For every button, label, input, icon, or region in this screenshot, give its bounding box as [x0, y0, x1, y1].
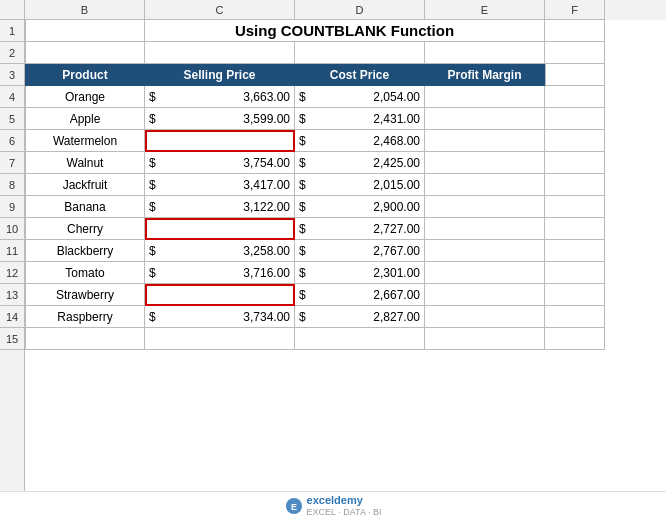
cell-4c-selling[interactable]: $ 3,663.00	[145, 86, 295, 108]
cell-4e-profit[interactable]	[425, 86, 545, 108]
header-cost-price: Cost Price	[295, 64, 425, 86]
cell-15e[interactable]	[425, 328, 545, 350]
row-5: Apple $ 3,599.00 $ 2,431.00	[25, 108, 666, 130]
val-11d: 2,767.00	[312, 244, 420, 258]
cell-5d-cost[interactable]: $ 2,431.00	[295, 108, 425, 130]
cell-13b-product[interactable]: Strawberry	[25, 284, 145, 306]
row-num-9: 9	[0, 196, 24, 218]
cell-15b[interactable]	[25, 328, 145, 350]
dollar-8d: $	[299, 178, 306, 192]
dollar-8c: $	[149, 178, 156, 192]
cell-5c-selling[interactable]: $ 3,599.00	[145, 108, 295, 130]
val-5d: 2,431.00	[312, 112, 420, 126]
row-num-5: 5	[0, 108, 24, 130]
cell-14e-profit[interactable]	[425, 306, 545, 328]
col-header-b: B	[25, 0, 145, 20]
cell-4d-cost[interactable]: $ 2,054.00	[295, 86, 425, 108]
cell-7b-product[interactable]: Walnut	[25, 152, 145, 174]
cell-2e[interactable]	[425, 42, 545, 64]
cell-11c-selling[interactable]: $ 3,258.00	[145, 240, 295, 262]
row-2	[25, 42, 666, 64]
row-numbers: 1 2 3 4 5 6 7 8 9 10 11 12 13 14 15	[0, 20, 25, 491]
grid-body: 1 2 3 4 5 6 7 8 9 10 11 12 13 14 15 Usin…	[0, 20, 666, 491]
cell-9f	[545, 196, 605, 218]
cell-13d-cost[interactable]: $ 2,667.00	[295, 284, 425, 306]
cell-11e-profit[interactable]	[425, 240, 545, 262]
val-14c: 3,734.00	[162, 310, 290, 324]
cell-14b-product[interactable]: Raspberry	[25, 306, 145, 328]
row-num-13: 13	[0, 284, 24, 306]
header-product: Product	[25, 64, 145, 86]
cell-6b-product[interactable]: Watermelon	[25, 130, 145, 152]
cell-5b-product[interactable]: Apple	[25, 108, 145, 130]
row-num-11: 11	[0, 240, 24, 262]
cell-10e-profit[interactable]	[425, 218, 545, 240]
cell-8f	[545, 174, 605, 196]
cell-15d[interactable]	[295, 328, 425, 350]
dollar-13d: $	[299, 288, 306, 302]
cell-2b[interactable]	[25, 42, 145, 64]
cell-4b-product[interactable]: Orange	[25, 86, 145, 108]
spreadsheet: B C D E F 1 2 3 4 5 6 7 8 9 10 11 12 13 …	[0, 0, 666, 519]
cell-9b-product[interactable]: Banana	[25, 196, 145, 218]
cell-7c-selling[interactable]: $ 3,754.00	[145, 152, 295, 174]
cell-9c-selling[interactable]: $ 3,122.00	[145, 196, 295, 218]
watermark-site: exceldemy	[307, 494, 382, 507]
cell-2f[interactable]	[545, 42, 605, 64]
row-num-14: 14	[0, 306, 24, 328]
cell-12e-profit[interactable]	[425, 262, 545, 284]
val-13d: 2,667.00	[312, 288, 420, 302]
row-num-1: 1	[0, 20, 24, 42]
row-num-12: 12	[0, 262, 24, 284]
val-12c: 3,716.00	[162, 266, 290, 280]
cell-5f	[545, 108, 605, 130]
cell-10c-selling-empty[interactable]	[145, 218, 295, 240]
cell-8d-cost[interactable]: $ 2,015.00	[295, 174, 425, 196]
cell-10b-product[interactable]: Cherry	[25, 218, 145, 240]
cell-9d-cost[interactable]: $ 2,900.00	[295, 196, 425, 218]
row-num-10: 10	[0, 218, 24, 240]
cell-6e-profit[interactable]	[425, 130, 545, 152]
cell-12f	[545, 262, 605, 284]
cell-12b-product[interactable]: Tomato	[25, 262, 145, 284]
row-1: Using COUNTBLANK Function	[25, 20, 666, 42]
cell-2c[interactable]	[145, 42, 295, 64]
cell-14c-selling[interactable]: $ 3,734.00	[145, 306, 295, 328]
dollar-5c: $	[149, 112, 156, 126]
cell-13e-profit[interactable]	[425, 284, 545, 306]
val-14d: 2,827.00	[312, 310, 420, 324]
dollar-9c: $	[149, 200, 156, 214]
row-9: Banana $ 3,122.00 $ 2,900.00	[25, 196, 666, 218]
cell-7d-cost[interactable]: $ 2,425.00	[295, 152, 425, 174]
corner-cell	[0, 0, 25, 20]
val-8d: 2,015.00	[312, 178, 420, 192]
cell-2d[interactable]	[295, 42, 425, 64]
cell-7e-profit[interactable]	[425, 152, 545, 174]
dollar-10d: $	[299, 222, 306, 236]
grid-content: Using COUNTBLANK Function Product Sellin…	[25, 20, 666, 491]
cell-14d-cost[interactable]: $ 2,827.00	[295, 306, 425, 328]
row-14: Raspberry $ 3,734.00 $ 2,827.00	[25, 306, 666, 328]
cell-11b-product[interactable]: Blackberry	[25, 240, 145, 262]
cell-10f	[545, 218, 605, 240]
dollar-9d: $	[299, 200, 306, 214]
cell-11d-cost[interactable]: $ 2,767.00	[295, 240, 425, 262]
cell-1b[interactable]	[25, 20, 145, 42]
cell-9e-profit[interactable]	[425, 196, 545, 218]
col-header-f: F	[545, 0, 605, 20]
cell-8e-profit[interactable]	[425, 174, 545, 196]
cell-15c[interactable]	[145, 328, 295, 350]
row-num-8: 8	[0, 174, 24, 196]
cell-6c-selling-empty[interactable]	[145, 130, 295, 152]
cell-13c-selling-empty[interactable]	[145, 284, 295, 306]
watermark: E exceldemy EXCEL · DATA · BI	[0, 491, 666, 519]
cell-12d-cost[interactable]: $ 2,301.00	[295, 262, 425, 284]
dollar-12d: $	[299, 266, 306, 280]
cell-8c-selling[interactable]: $ 3,417.00	[145, 174, 295, 196]
cell-12c-selling[interactable]: $ 3,716.00	[145, 262, 295, 284]
cell-6d-cost[interactable]: $ 2,468.00	[295, 130, 425, 152]
cell-5e-profit[interactable]	[425, 108, 545, 130]
cell-10d-cost[interactable]: $ 2,727.00	[295, 218, 425, 240]
cell-8b-product[interactable]: Jackfruit	[25, 174, 145, 196]
val-11c: 3,258.00	[162, 244, 290, 258]
